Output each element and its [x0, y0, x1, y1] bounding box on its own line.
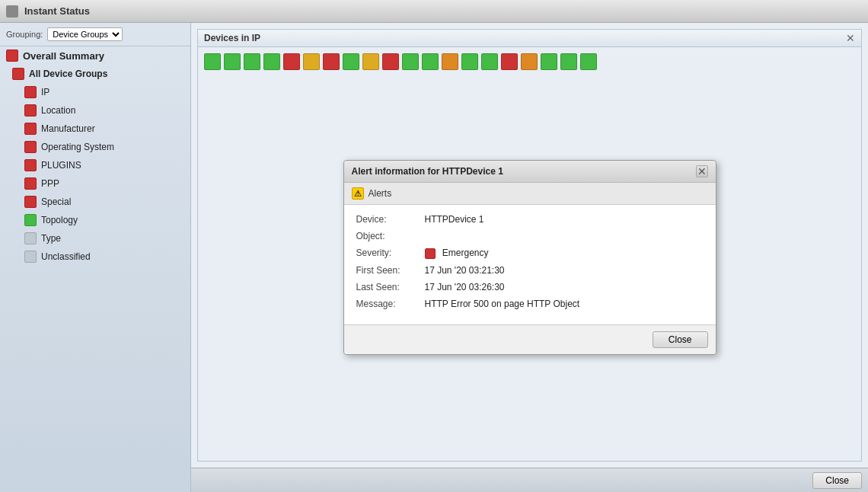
device-square-3[interactable] [263, 53, 280, 70]
app-icon [6, 5, 18, 18]
device-square-9[interactable] [382, 53, 399, 70]
alert-dialog-close-icon[interactable]: ✕ [696, 165, 708, 177]
alert-message-row: Message: HTTP Error 500 on page HTTP Obj… [356, 299, 704, 309]
ppp-label: PPP [41, 178, 59, 189]
operating-system-label: Operating System [41, 142, 114, 152]
location-status-dot [24, 104, 37, 117]
sidebar-item-plugins[interactable]: PLUGINS [0, 156, 190, 174]
alerts-section-label: Alerts [369, 188, 392, 199]
alert-severity-row: Severity: Emergency [356, 248, 704, 259]
sidebar-item-operating-system[interactable]: Operating System [0, 138, 190, 156]
alert-object-label: Object: [356, 231, 425, 241]
plugins-label: PLUGINS [41, 160, 81, 171]
grouping-select[interactable]: Device Groups Location Type [47, 27, 123, 41]
device-square-4[interactable] [283, 53, 300, 70]
sidebar-item-manufacturer[interactable]: Manufacturer [0, 120, 190, 138]
alert-first-seen-value: 17 Jun '20 03:21:30 [425, 265, 505, 276]
alert-content: Device: HTTPDevice 1 Object: Severity: E… [344, 205, 716, 324]
devices-panel-header: Devices in IP ✕ [198, 30, 861, 47]
alert-device-value: HTTPDevice 1 [425, 214, 484, 225]
device-square-16[interactable] [521, 53, 538, 70]
content-area: Devices in IP ✕ Alert information for HT… [191, 23, 868, 492]
alert-dialog-title: Alert information for HTTPDevice 1 [352, 166, 503, 177]
sidebar-item-ip[interactable]: IP [0, 83, 190, 101]
device-square-1[interactable] [224, 53, 241, 70]
device-square-10[interactable] [402, 53, 419, 70]
sidebar-item-ppp[interactable]: PPP [0, 174, 190, 193]
alert-message-value: HTTP Error 500 on page HTTP Object [425, 299, 580, 309]
grouping-row: Grouping: Device Groups Location Type [0, 23, 190, 46]
sidebar-item-location[interactable]: Location [0, 101, 190, 120]
device-square-19[interactable] [580, 53, 597, 70]
alert-first-seen-row: First Seen: 17 Jun '20 03:21:30 [356, 265, 704, 276]
devices-grid [198, 47, 861, 76]
plugins-status-dot [24, 159, 37, 171]
alert-last-seen-value: 17 Jun '20 03:26:30 [425, 282, 505, 292]
app-title: Instant Status [24, 5, 90, 17]
severity-color-indicator [425, 248, 436, 259]
all-device-groups-status-dot [12, 68, 24, 80]
ip-label: IP [41, 87, 49, 97]
sidebar-item-type[interactable]: Type [0, 229, 190, 248]
unclassified-status-dot [24, 251, 37, 263]
title-bar: Instant Status [0, 0, 868, 23]
alerts-section-header: ⚠ Alerts [344, 183, 716, 205]
alert-device-label: Device: [356, 214, 425, 225]
alert-first-seen-label: First Seen: [356, 265, 425, 276]
sidebar-item-all-device-groups[interactable]: All Device Groups [0, 65, 190, 83]
device-square-12[interactable] [442, 53, 458, 70]
topology-label: Topology [41, 215, 78, 225]
device-square-15[interactable] [501, 53, 518, 70]
all-device-groups-label: All Device Groups [29, 69, 107, 79]
ip-status-dot [24, 86, 37, 98]
type-label: Type [41, 233, 61, 244]
device-square-18[interactable] [560, 53, 577, 70]
alert-dialog-header: Alert information for HTTPDevice 1 ✕ [344, 161, 716, 183]
manufacturer-status-dot [24, 123, 37, 135]
special-status-dot [24, 196, 37, 208]
device-square-13[interactable] [461, 53, 478, 70]
device-square-7[interactable] [343, 53, 359, 70]
alert-last-seen-label: Last Seen: [356, 282, 425, 292]
devices-panel-title: Devices in IP [204, 33, 260, 43]
operating-system-status-dot [24, 141, 37, 153]
device-square-17[interactable] [541, 53, 557, 70]
devices-panel-close-button[interactable]: ✕ [846, 33, 855, 43]
grouping-label: Grouping: [6, 30, 43, 39]
alert-device-row: Device: HTTPDevice 1 [356, 214, 704, 225]
alert-dialog-footer: Close [344, 324, 716, 354]
alert-severity-value: Emergency [425, 248, 489, 259]
alert-message-label: Message: [356, 299, 425, 309]
device-square-14[interactable] [481, 53, 498, 70]
main-layout: Grouping: Device Groups Location Type Ov… [0, 23, 868, 492]
sidebar: Grouping: Device Groups Location Type Ov… [0, 23, 191, 492]
bottom-close-button[interactable]: Close [812, 472, 862, 489]
topology-status-dot [24, 214, 37, 226]
overall-summary-status-dot [6, 50, 18, 62]
alert-dialog: Alert information for HTTPDevice 1 ✕ ⚠ A… [343, 160, 716, 355]
overall-summary-label: Overall Summary [23, 50, 104, 62]
alert-object-row: Object: [356, 231, 704, 241]
device-square-0[interactable] [204, 53, 221, 70]
device-square-2[interactable] [244, 53, 260, 70]
severity-text: Emergency [442, 248, 489, 258]
device-square-11[interactable] [422, 53, 439, 70]
unclassified-label: Unclassified [41, 251, 91, 262]
type-status-dot [24, 232, 37, 244]
alert-dialog-close-button[interactable]: Close [653, 331, 708, 348]
special-label: Special [41, 196, 71, 207]
device-square-6[interactable] [323, 53, 340, 70]
alert-severity-label: Severity: [356, 248, 425, 258]
warning-icon: ⚠ [352, 187, 364, 200]
manufacturer-label: Manufacturer [41, 123, 95, 134]
device-square-5[interactable] [303, 53, 320, 70]
sidebar-item-special[interactable]: Special [0, 193, 190, 211]
bottom-bar: Close [191, 468, 868, 492]
sidebar-item-topology[interactable]: Topology [0, 211, 190, 229]
device-square-8[interactable] [362, 53, 379, 70]
sidebar-item-unclassified[interactable]: Unclassified [0, 248, 190, 266]
ppp-status-dot [24, 177, 37, 190]
sidebar-item-overall-summary[interactable]: Overall Summary [0, 46, 190, 65]
alert-last-seen-row: Last Seen: 17 Jun '20 03:26:30 [356, 282, 704, 292]
location-label: Location [41, 105, 75, 116]
